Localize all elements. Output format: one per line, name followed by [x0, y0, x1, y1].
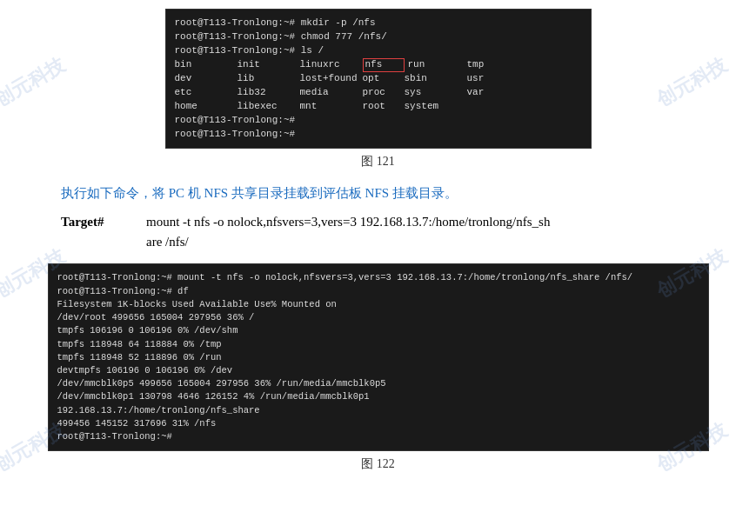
terminal-line: /dev/root 499656 165004 297956 36% /: [57, 311, 699, 324]
terminal-line: /dev/mmcblk0p5 499656 165004 297956 36% …: [57, 377, 699, 390]
command-line-1: Target# mount -t nfs -o nolock,nfsvers=3…: [61, 212, 695, 232]
terminal-line: etc lib32 media proc sys var: [175, 86, 582, 100]
terminal-line: root@T113-Tronlong:~#: [175, 114, 582, 128]
figure-label-121: 图 121: [361, 154, 395, 170]
cmd-prompt: Target#: [61, 212, 139, 232]
terminal-line: root@T113-Tronlong:~#: [175, 128, 582, 142]
cmd-text-line1: mount -t nfs -o nolock,nfsvers=3,vers=3 …: [146, 212, 550, 232]
main-content: root@T113-Tronlong:~# mkdir -p /nfs root…: [0, 0, 756, 489]
terminal-1: root@T113-Tronlong:~# mkdir -p /nfs root…: [165, 9, 592, 149]
terminal-line: root@T113-Tronlong:~# ls /: [175, 44, 582, 58]
figure-label-122: 图 122: [361, 456, 395, 472]
terminal-line: 192.168.13.7:/home/tronlong/nfs_share: [57, 404, 699, 417]
highlighted-nfs: nfs: [363, 58, 405, 72]
terminal-line: 499456 145152 317696 31% /nfs: [57, 417, 699, 430]
command-block: Target# mount -t nfs -o nolock,nfsvers=3…: [52, 212, 704, 251]
instruction-text: 执行如下命令，将 PC 机 NFS 共享目录挂载到评估板 NFS 挂载目录。: [52, 185, 704, 202]
terminal-line: root@T113-Tronlong:~#: [57, 430, 699, 443]
terminal-line: Filesystem 1K-blocks Used Available Use%…: [57, 298, 699, 311]
terminal-line: /dev/mmcblk0p1 130798 4646 126152 4% /ru…: [57, 390, 699, 403]
terminal-line: root@T113-Tronlong:~# mount -t nfs -o no…: [57, 271, 699, 284]
terminal-line: root@T113-Tronlong:~# mkdir -p /nfs: [175, 17, 582, 30]
terminal-line: root@T113-Tronlong:~# chmod 777 /nfs/: [175, 30, 582, 44]
terminal-line: tmpfs 118948 64 118884 0% /tmp: [57, 338, 699, 351]
command-line-2: are /nfs/: [61, 232, 695, 252]
terminal-line: dev lib lost+found opt sbin usr: [175, 72, 582, 86]
cmd-text-line2: are /nfs/: [146, 232, 189, 252]
terminal-2: root@T113-Tronlong:~# mount -t nfs -o no…: [48, 263, 709, 451]
terminal-line: root@T113-Tronlong:~# df: [57, 285, 699, 298]
terminal-line: home libexec mnt root system: [175, 100, 582, 114]
terminal-line: tmpfs 118948 52 118896 0% /run: [57, 351, 699, 364]
terminal-line: devtmpfs 106196 0 106196 0% /dev: [57, 364, 699, 377]
terminal-line: bin init linuxrc nfs run tmp: [175, 58, 582, 72]
terminal-line: tmpfs 106196 0 106196 0% /dev/shm: [57, 324, 699, 337]
